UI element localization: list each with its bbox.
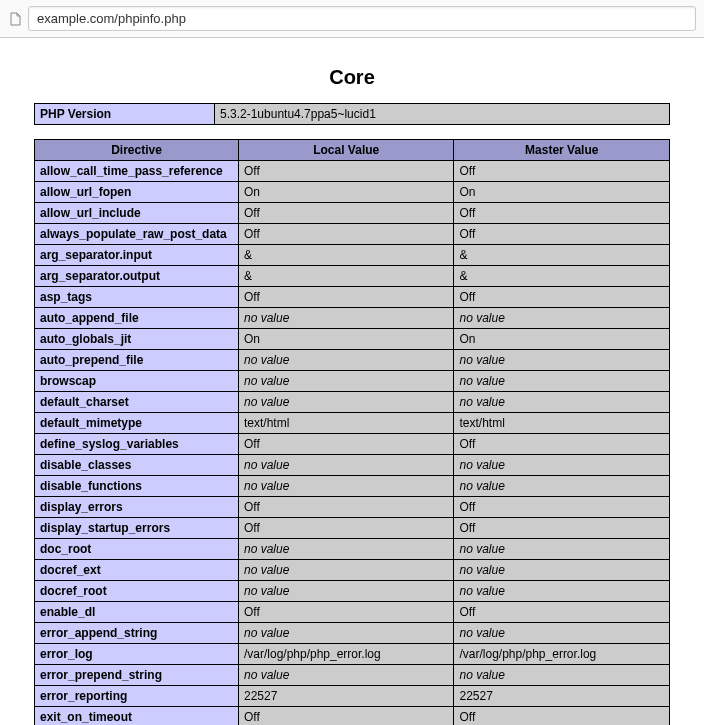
directive-master-value: & bbox=[454, 245, 670, 266]
directive-row: display_errorsOffOff bbox=[35, 497, 670, 518]
directive-name: browscap bbox=[35, 371, 239, 392]
directives-header-row: Directive Local Value Master Value bbox=[35, 140, 670, 161]
directive-name: always_populate_raw_post_data bbox=[35, 224, 239, 245]
directive-local-value: On bbox=[238, 182, 454, 203]
directive-master-value: /var/log/php/php_error.log bbox=[454, 644, 670, 665]
directive-local-value: Off bbox=[238, 203, 454, 224]
directive-local-value: /var/log/php/php_error.log bbox=[238, 644, 454, 665]
directive-name: default_mimetype bbox=[35, 413, 239, 434]
header-master: Master Value bbox=[454, 140, 670, 161]
directive-row: always_populate_raw_post_dataOffOff bbox=[35, 224, 670, 245]
url-input[interactable] bbox=[28, 6, 696, 31]
directive-master-value: On bbox=[454, 182, 670, 203]
directive-master-value: Off bbox=[454, 707, 670, 726]
directive-name: doc_root bbox=[35, 539, 239, 560]
directive-master-value: Off bbox=[454, 287, 670, 308]
php-version-table: PHP Version 5.3.2-1ubuntu4.7ppa5~lucid1 bbox=[34, 103, 670, 125]
version-label: PHP Version bbox=[35, 104, 215, 125]
directive-local-value: Off bbox=[238, 161, 454, 182]
directive-row: enable_dlOffOff bbox=[35, 602, 670, 623]
directive-master-value: no value bbox=[454, 623, 670, 644]
directive-row: browscapno valueno value bbox=[35, 371, 670, 392]
directive-row: display_startup_errorsOffOff bbox=[35, 518, 670, 539]
directive-local-value: no value bbox=[238, 455, 454, 476]
directive-local-value: no value bbox=[238, 392, 454, 413]
page-content: Core PHP Version 5.3.2-1ubuntu4.7ppa5~lu… bbox=[0, 38, 704, 725]
directive-master-value: Off bbox=[454, 434, 670, 455]
directive-master-value: On bbox=[454, 329, 670, 350]
directive-local-value: no value bbox=[238, 623, 454, 644]
directive-local-value: Off bbox=[238, 434, 454, 455]
directive-name: asp_tags bbox=[35, 287, 239, 308]
directive-row: disable_classesno valueno value bbox=[35, 455, 670, 476]
directive-row: allow_call_time_pass_referenceOffOff bbox=[35, 161, 670, 182]
directive-name: display_startup_errors bbox=[35, 518, 239, 539]
directive-name: allow_call_time_pass_reference bbox=[35, 161, 239, 182]
directive-row: docref_extno valueno value bbox=[35, 560, 670, 581]
directive-row: allow_url_includeOffOff bbox=[35, 203, 670, 224]
directive-row: docref_rootno valueno value bbox=[35, 581, 670, 602]
directive-name: enable_dl bbox=[35, 602, 239, 623]
directive-local-value: no value bbox=[238, 371, 454, 392]
directive-master-value: Off bbox=[454, 518, 670, 539]
directive-local-value: & bbox=[238, 266, 454, 287]
directive-local-value: Off bbox=[238, 224, 454, 245]
directive-local-value: no value bbox=[238, 476, 454, 497]
section-title: Core bbox=[34, 66, 670, 89]
directive-local-value: no value bbox=[238, 581, 454, 602]
directive-name: default_charset bbox=[35, 392, 239, 413]
directive-row: doc_rootno valueno value bbox=[35, 539, 670, 560]
directive-row: default_charsetno valueno value bbox=[35, 392, 670, 413]
header-local: Local Value bbox=[238, 140, 454, 161]
directive-master-value: Off bbox=[454, 497, 670, 518]
directive-master-value: Off bbox=[454, 161, 670, 182]
directive-master-value: Off bbox=[454, 203, 670, 224]
directive-master-value: no value bbox=[454, 371, 670, 392]
directive-row: allow_url_fopenOnOn bbox=[35, 182, 670, 203]
directive-master-value: no value bbox=[454, 455, 670, 476]
directive-name: docref_root bbox=[35, 581, 239, 602]
version-row: PHP Version 5.3.2-1ubuntu4.7ppa5~lucid1 bbox=[35, 104, 670, 125]
directive-local-value: Off bbox=[238, 497, 454, 518]
directive-master-value: 22527 bbox=[454, 686, 670, 707]
directive-local-value: & bbox=[238, 245, 454, 266]
directive-name: error_reporting bbox=[35, 686, 239, 707]
directive-name: allow_url_include bbox=[35, 203, 239, 224]
directive-local-value: 22527 bbox=[238, 686, 454, 707]
directive-local-value: Off bbox=[238, 602, 454, 623]
directive-row: error_reporting2252722527 bbox=[35, 686, 670, 707]
directive-local-value: no value bbox=[238, 308, 454, 329]
browser-addressbar bbox=[0, 0, 704, 38]
directive-row: auto_append_fileno valueno value bbox=[35, 308, 670, 329]
directive-row: arg_separator.output&& bbox=[35, 266, 670, 287]
version-value: 5.3.2-1ubuntu4.7ppa5~lucid1 bbox=[215, 104, 670, 125]
directive-master-value: text/html bbox=[454, 413, 670, 434]
directive-local-value: On bbox=[238, 329, 454, 350]
directive-master-value: no value bbox=[454, 392, 670, 413]
directives-table: Directive Local Value Master Value allow… bbox=[34, 139, 670, 725]
directive-name: docref_ext bbox=[35, 560, 239, 581]
directive-master-value: no value bbox=[454, 665, 670, 686]
directive-name: disable_classes bbox=[35, 455, 239, 476]
directive-master-value: Off bbox=[454, 224, 670, 245]
directive-master-value: & bbox=[454, 266, 670, 287]
directive-row: asp_tagsOffOff bbox=[35, 287, 670, 308]
directive-row: auto_prepend_fileno valueno value bbox=[35, 350, 670, 371]
directive-name: disable_functions bbox=[35, 476, 239, 497]
directive-name: auto_globals_jit bbox=[35, 329, 239, 350]
directive-row: disable_functionsno valueno value bbox=[35, 476, 670, 497]
directive-name: display_errors bbox=[35, 497, 239, 518]
directive-name: error_log bbox=[35, 644, 239, 665]
directive-master-value: no value bbox=[454, 476, 670, 497]
directive-master-value: Off bbox=[454, 602, 670, 623]
directive-local-value: text/html bbox=[238, 413, 454, 434]
directive-name: auto_prepend_file bbox=[35, 350, 239, 371]
directive-name: exit_on_timeout bbox=[35, 707, 239, 726]
directive-master-value: no value bbox=[454, 350, 670, 371]
directive-local-value: Off bbox=[238, 287, 454, 308]
directive-master-value: no value bbox=[454, 581, 670, 602]
directive-name: error_append_string bbox=[35, 623, 239, 644]
directive-row: exit_on_timeoutOffOff bbox=[35, 707, 670, 726]
page-icon bbox=[8, 12, 22, 26]
directive-name: allow_url_fopen bbox=[35, 182, 239, 203]
